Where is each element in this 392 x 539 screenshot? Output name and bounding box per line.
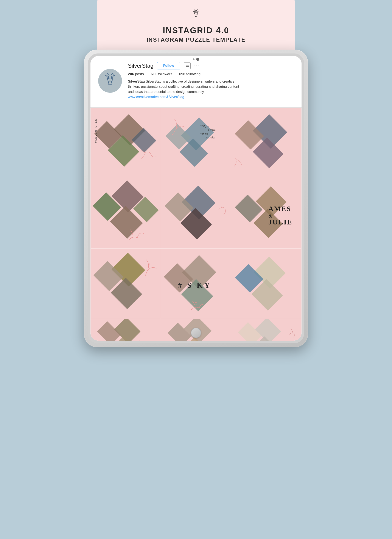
screen: SilverStag Follow ··· 206 posts (90, 56, 302, 341)
grid-cell-r1c2[interactable]: Will you a travel with me this July? (161, 108, 231, 178)
svg-point-0 (194, 11, 198, 15)
bio-text: SilverStag SilverStag is a collective of… (128, 79, 240, 100)
dropdown-button[interactable] (184, 62, 191, 69)
grid-cell-r2c1[interactable] (90, 178, 161, 249)
grid-cell-r4c1[interactable] (90, 319, 161, 341)
camera-dot-small (193, 58, 194, 60)
grid-cell-r1c3[interactable] (231, 108, 302, 178)
follow-button[interactable]: Follow (157, 62, 180, 69)
tablet-inner: SilverStag Follow ··· 206 posts (88, 53, 304, 343)
grid-cell-r4c3[interactable] (231, 319, 302, 341)
stats-row: 206 posts 611 followers 696 following (128, 72, 294, 76)
grid-cell-r1c1[interactable]: #ADVENTURES (90, 108, 161, 178)
bio-link[interactable]: www.creativemarket.com&SilverStag (128, 95, 184, 99)
profile-info: SilverStag Follow ··· 206 posts (128, 62, 294, 100)
grid-cell-r3c1[interactable] (90, 248, 161, 319)
grid-cell-r3c2[interactable]: # S KY (161, 248, 231, 319)
svg-point-2 (196, 13, 197, 13)
page-wrapper: INSTAGRID 4.0 INSTAGRAM PUZZLE TEMPLATE (0, 0, 392, 539)
avatar (98, 69, 122, 93)
svg-text:#ADVENTURES: #ADVENTURES (94, 119, 97, 143)
deer-logo-icon (189, 9, 203, 22)
grid-row-1: #ADVENTURES (90, 108, 302, 178)
grid-cell-r2c2[interactable] (161, 178, 231, 249)
camera-area (191, 58, 201, 61)
svg-text:this July?: this July? (205, 136, 215, 139)
svg-text:with me: with me (200, 132, 208, 135)
page-title: INSTAGRID 4.0 (163, 26, 229, 35)
home-button[interactable] (191, 328, 201, 338)
svg-text:&: & (268, 213, 272, 219)
svg-text:# S  KY: # S KY (178, 281, 211, 289)
followers-stat: 611 followers (151, 72, 172, 76)
grid-cell-r2c3[interactable]: AMES & JULIE (231, 178, 302, 249)
svg-point-1 (195, 13, 196, 13)
grid-row-3: # S KY (90, 248, 302, 319)
camera-dot-front (196, 58, 199, 61)
svg-text:Will you: Will you (200, 125, 209, 128)
svg-text:a travel: a travel (208, 128, 216, 131)
header-section: INSTAGRID 4.0 INSTAGRAM PUZZLE TEMPLATE (146, 9, 245, 43)
more-options-button[interactable]: ··· (194, 63, 199, 68)
tablet-device: SilverStag Follow ··· 206 posts (84, 50, 308, 347)
profile-name-row: SilverStag Follow ··· (128, 62, 294, 69)
svg-text:AMES: AMES (268, 205, 291, 212)
photo-grid: #ADVENTURES (90, 108, 302, 341)
page-subtitle: INSTAGRAM PUZZLE TEMPLATE (146, 36, 245, 43)
profile-header: SilverStag Follow ··· 206 posts (90, 56, 302, 108)
grid-row-2: AMES & JULIE (90, 178, 302, 249)
grid-cell-r3c3[interactable] (231, 248, 302, 319)
following-stat: 696 following (179, 72, 201, 76)
svg-text:JULIE: JULIE (268, 218, 293, 226)
profile-top: SilverStag Follow ··· 206 posts (98, 62, 294, 100)
profile-username: SilverStag (128, 63, 154, 69)
posts-stat: 206 posts (128, 72, 144, 76)
